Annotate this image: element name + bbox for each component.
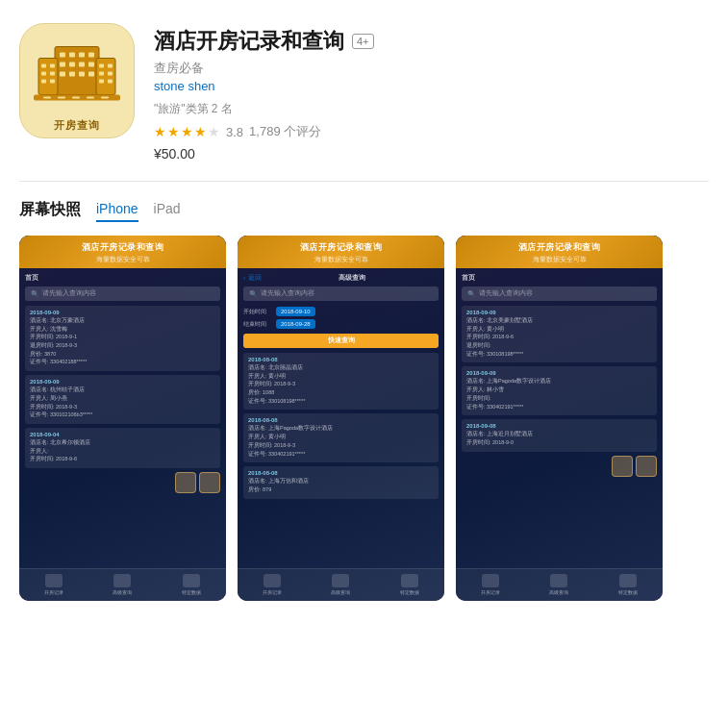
star-2: ★ <box>167 124 180 139</box>
sc3-bottom-2: 高级查询 <box>549 574 568 595</box>
sc1-mini-icon-1 <box>175 472 196 493</box>
svg-rect-18 <box>50 71 55 75</box>
sc3-title: 酒店开房记录和查询 <box>464 241 655 254</box>
star-4: ★ <box>194 124 207 139</box>
screenshots-label: 屏幕快照 <box>19 200 81 220</box>
screenshots-header: 屏幕快照 iPhone iPad <box>19 197 709 222</box>
sc2-record-2: 2018-08-08 酒店名: 上海Pagoda数字设计酒店 开房人: 黄小明 … <box>243 413 439 462</box>
svg-rect-23 <box>99 71 104 75</box>
screenshots-row: 酒店开房记录和查询 海量数据安全可靠 首页 🔍 请先输入查询内容 2018-09… <box>19 236 709 601</box>
sc3-icons <box>462 456 657 477</box>
screenshot-1: 酒店开房记录和查询 海量数据安全可靠 首页 🔍 请先输入查询内容 2018-09… <box>19 236 226 601</box>
app-icon-wrapper: 开房查询 <box>19 23 135 138</box>
sc3-page-title: 首页 <box>462 273 657 283</box>
svg-rect-14 <box>88 71 94 76</box>
svg-rect-19 <box>41 79 46 83</box>
sc2-search: 🔍 请先输入查询内容 <box>243 286 439 301</box>
sc1-bottom-icon-2 <box>113 574 131 587</box>
svg-rect-17 <box>41 71 46 75</box>
sc2-search-btn[interactable]: 快速查询 <box>243 334 439 348</box>
sc2-bottom-icon-2 <box>332 574 349 587</box>
svg-rect-12 <box>69 71 75 76</box>
svg-rect-5 <box>79 52 85 57</box>
star-5: ★ <box>208 124 220 139</box>
screenshot-2: 酒店开房记录和查询 海量数据安全可靠 ‹ 返回 高级查询 🔍 请先输入查询内容 … <box>238 236 444 601</box>
sc1-page-title: 首页 <box>25 273 220 283</box>
svg-rect-15 <box>41 63 46 67</box>
sc2-sub: 海量数据安全可靠 <box>245 255 437 264</box>
svg-rect-32 <box>101 96 109 98</box>
app-icon-label: 开房查询 <box>54 118 100 133</box>
sc2-search-text: 请先输入查询内容 <box>261 289 314 298</box>
sc2-start-value: 2018-09-10 <box>276 307 315 316</box>
sc2-record-3: 2018-08-08 酒店名: 上海万信和酒店 房价: 879 <box>243 466 439 498</box>
sc1-sub: 海量数据安全可靠 <box>27 255 218 264</box>
svg-rect-28 <box>43 96 51 98</box>
sc2-record-1: 2018-08-08 酒店名: 北京丽晶酒店 开房人: 黄小明 开房时间: 20… <box>243 353 439 410</box>
svg-rect-7 <box>60 62 65 66</box>
sc1-bottom-1: 开房记录 <box>44 574 63 595</box>
sc1-title: 酒店开房记录和查询 <box>27 241 218 254</box>
svg-rect-30 <box>72 96 80 98</box>
sc3-sub: 海量数据安全可靠 <box>464 255 655 264</box>
sc1-content: 首页 🔍 请先输入查询内容 2018-09-09 酒店名: 北京万豪酒店 开房人… <box>19 268 226 568</box>
tab-ipad[interactable]: iPad <box>154 197 181 222</box>
svg-rect-1 <box>38 58 58 94</box>
rating-count: 1,789 个评分 <box>249 123 321 140</box>
svg-rect-22 <box>108 63 113 67</box>
screenshots-section: 屏幕快照 iPhone iPad 酒店开房记录和查询 海量数据安全可靠 首页 🔍… <box>0 182 728 620</box>
app-developer[interactable]: stone shen <box>154 79 709 93</box>
sc2-bottom-3: 特定数据 <box>400 574 419 595</box>
svg-rect-4 <box>69 52 75 57</box>
sc3-mini-icon-2 <box>636 456 657 477</box>
screenshot-3: 酒店开房记录和查询 海量数据安全可靠 首页 🔍 请先输入查询内容 2018-09… <box>456 236 663 601</box>
svg-rect-8 <box>69 62 75 66</box>
svg-rect-10 <box>88 62 94 66</box>
svg-rect-31 <box>87 96 94 98</box>
svg-rect-11 <box>60 71 65 76</box>
svg-rect-29 <box>58 96 65 98</box>
tab-iphone[interactable]: iPhone <box>96 197 138 222</box>
svg-rect-3 <box>60 52 65 57</box>
sc2-header: 酒店开房记录和查询 海量数据安全可靠 <box>238 236 444 268</box>
sc3-search-text: 请先输入查询内容 <box>479 289 533 298</box>
sc2-bottom-icon-3 <box>401 574 418 587</box>
sc2-end-row: 结束时间 2018-09-28 <box>243 319 439 329</box>
sc1-bottom: 开房记录 高级查询 特定数据 <box>19 568 226 601</box>
sc1-search-text: 请先输入查询内容 <box>42 289 96 298</box>
svg-rect-6 <box>88 52 94 57</box>
sc3-bottom-1: 开房记录 <box>481 574 500 595</box>
app-subtitle: 查房必备 <box>154 60 709 77</box>
sc3-record-1: 2018-09-09 酒店名: 北京美豪别墅酒店 开房人: 黄小明 开房时间: … <box>462 306 657 362</box>
sc2-bottom-2: 高级查询 <box>331 574 350 595</box>
sc3-bottom-3: 特定数据 <box>618 574 638 595</box>
sc3-bottom-icon-1 <box>482 574 499 587</box>
sc3-record-3: 2018-09-08 酒店名: 上海近月别墅酒店 开房时间: 2018-9-0 <box>462 419 657 451</box>
sc2-bottom-icon-1 <box>264 574 281 587</box>
sc2-end-label: 结束时间 <box>243 320 272 329</box>
sc2-start-label: 开始时间 <box>243 308 272 316</box>
star-3: ★ <box>181 124 193 139</box>
sc1-mini-icon-2 <box>199 472 220 493</box>
sc1-search-icon: 🔍 <box>31 290 39 298</box>
rating-row: ★ ★ ★ ★ ★ 3.8 1,789 个评分 <box>154 123 709 140</box>
sc2-back-text: 返回 <box>248 273 262 283</box>
sc3-search: 🔍 请先输入查询内容 <box>462 286 657 301</box>
sc1-icons <box>25 472 220 493</box>
sc2-start-row: 开始时间 2018-09-10 <box>243 307 439 316</box>
sc1-record-1: 2018-09-09 酒店名: 北京万豪酒店 开房人: 沈雪梅 开房时间: 20… <box>25 306 220 371</box>
sc2-back-row: ‹ 返回 高级查询 <box>243 273 439 283</box>
sc3-header: 酒店开房记录和查询 海量数据安全可靠 <box>456 236 663 268</box>
sc2-end-value: 2018-09-28 <box>276 319 315 329</box>
rating-value: 3.8 <box>226 125 243 139</box>
svg-rect-16 <box>50 63 55 67</box>
sc1-record-2: 2018-09-09 酒店名: 杭州桔子酒店 开房人: 周小燕 开房时间: 20… <box>25 375 220 424</box>
app-category: "旅游"类第 2 名 <box>154 101 709 117</box>
sc3-mini-icon-1 <box>612 456 633 477</box>
sc1-header: 酒店开房记录和查询 海量数据安全可靠 <box>19 236 226 268</box>
sc1-r1-date: 2018-09-09 <box>30 310 215 315</box>
sc1-record-3: 2018-09-04 酒店名: 北京希尔顿酒店 开房人: 开房时间: 2018-… <box>25 428 220 468</box>
sc2-search-icon: 🔍 <box>249 290 258 298</box>
stars: ★ ★ ★ ★ ★ <box>154 124 220 139</box>
star-1: ★ <box>154 124 166 139</box>
